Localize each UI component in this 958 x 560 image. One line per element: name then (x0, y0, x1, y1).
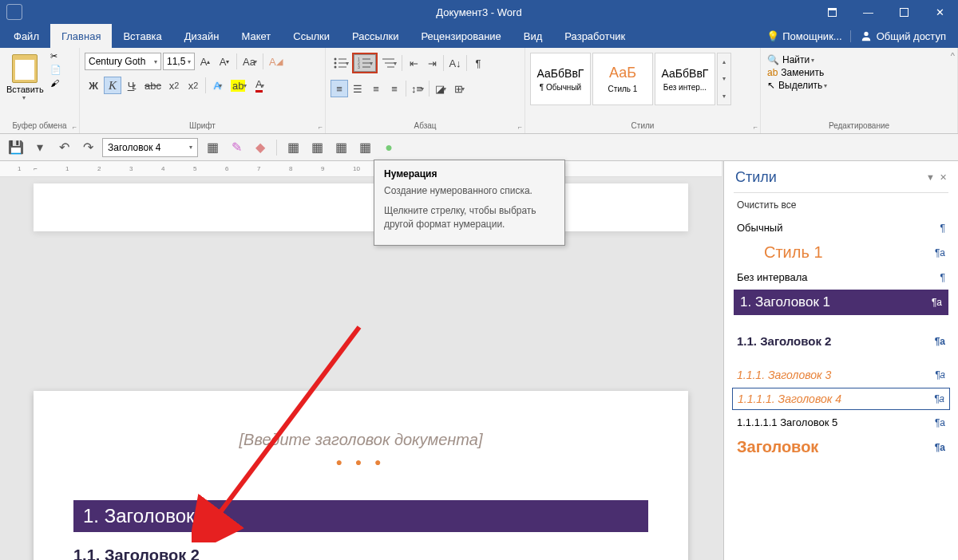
bullets-button[interactable]: ▾ (331, 54, 351, 72)
qat-btn-3[interactable]: ◆ (251, 138, 270, 157)
heading-2[interactable]: 1.1. Заголовок 2 (73, 546, 648, 560)
tab-view[interactable]: Вид (513, 24, 554, 48)
group-paragraph: ▾ 123▾ ▾ ⇤ ⇥ A↓ ¶ ≡ ☰ ≡ ≡ ↕≡▾ ◪▾ ⊞▾ Абза… (326, 48, 525, 133)
decrease-indent-button[interactable]: ⇤ (405, 54, 422, 72)
style-item-s1[interactable]: Стиль 1¶a (724, 239, 958, 266)
change-case-button[interactable]: Aa▾ (240, 53, 259, 70)
replace-button[interactable]: ab Заменить (767, 67, 951, 78)
style-item-titlest[interactable]: Заголовок¶a (724, 433, 958, 461)
qat-btn-6[interactable]: ▦ (331, 138, 350, 157)
numbering-tooltip: Нумерация Создание нумерованного списка.… (374, 160, 565, 246)
shrink-font-button[interactable]: A▾ (216, 53, 233, 70)
ribbon-display-options[interactable] (814, 0, 850, 24)
qat-btn-8[interactable]: ● (379, 138, 398, 157)
style-item-nosp[interactable]: Без интервала¶ (724, 266, 958, 288)
close-button[interactable]: ✕ (922, 0, 958, 24)
styles-launcher[interactable]: ⌐ (754, 123, 758, 131)
style-nospacing[interactable]: АаБбВвГ Без интер... (655, 53, 715, 105)
style-selector[interactable]: Заголовок 4▾ (102, 138, 198, 157)
select-button[interactable]: ↖ Выделить ▾ (767, 80, 951, 91)
qat-new[interactable]: ▾ (30, 138, 49, 157)
qat-btn-2[interactable]: ✎ (227, 138, 246, 157)
tab-insert[interactable]: Вставка (112, 24, 172, 48)
qat-btn-5[interactable]: ▦ (307, 138, 327, 157)
ribbon: Вставить ▾ ✂ 📄 🖌 Буфер обмена ⌐ Century … (0, 48, 958, 134)
align-right-button[interactable]: ≡ (367, 80, 385, 97)
tab-review[interactable]: Рецензирование (410, 24, 512, 48)
tab-references[interactable]: Ссылки (282, 24, 341, 48)
strikethrough-button[interactable]: abc (142, 77, 164, 94)
tab-file[interactable]: Файл (2, 24, 50, 48)
multilevel-list-button[interactable]: ▾ (378, 54, 399, 72)
undo-button[interactable]: ↶ (54, 138, 73, 157)
justify-button[interactable]: ≡ (386, 80, 403, 97)
maximize-button[interactable] (886, 0, 922, 24)
clear-all[interactable]: Очистить все (724, 193, 958, 217)
style-item-h5[interactable]: 1.1.1.1.1 Заголовок 5¶a (724, 412, 958, 433)
svg-point-0 (864, 32, 868, 36)
document-page[interactable]: [Введите заголовок документа] ● ● ● 1. З… (34, 391, 688, 560)
tab-developer[interactable]: Разработчик (553, 24, 636, 48)
person-icon (861, 30, 872, 41)
style-1[interactable]: АаБ Стиль 1 (592, 53, 653, 105)
font-name-select[interactable]: Century Goth▾ (85, 53, 161, 70)
style-normal[interactable]: АаБбВвГ ¶ Обычный (530, 53, 591, 105)
qat-btn-1[interactable]: ▦ (203, 138, 222, 157)
increase-indent-button[interactable]: ⇥ (423, 54, 441, 72)
tell-me[interactable]: 💡 Помощник... (758, 30, 849, 42)
font-size-select[interactable]: 11,5▾ (163, 53, 195, 70)
format-painter-button[interactable]: 🖌 (50, 78, 61, 88)
text-effects-button[interactable]: A▾ (209, 77, 227, 94)
heading-1[interactable]: 1. Заголовок 1 (73, 500, 648, 532)
bold-button[interactable]: Ж (85, 77, 102, 94)
italic-button[interactable]: К (104, 77, 121, 94)
style-item-normal[interactable]: Обычный¶ (724, 217, 958, 239)
qat-btn-7[interactable]: ▦ (355, 138, 374, 157)
style-item-h3[interactable]: 1.1.1. Заголовок 3¶a (724, 364, 958, 386)
grow-font-button[interactable]: A▴ (196, 53, 214, 70)
clipboard-launcher[interactable]: ⌐ (73, 123, 77, 131)
align-center-button[interactable]: ☰ (349, 80, 366, 97)
autosave-toggle[interactable] (6, 4, 22, 20)
tab-home[interactable]: Главная (50, 24, 112, 48)
clear-formatting-button[interactable]: A◢ (267, 53, 285, 70)
find-button[interactable]: 🔍 Найти ▾ (767, 54, 951, 65)
show-marks-button[interactable]: ¶ (469, 54, 487, 72)
share-button[interactable]: Общий доступ (850, 30, 956, 42)
qat-btn-4[interactable]: ▦ (283, 138, 303, 157)
highlight-button[interactable]: ab▾ (228, 77, 249, 94)
style-item-h2[interactable]: 1.1. Заголовок 2¶a (724, 329, 958, 353)
styles-more[interactable]: ▴▾▾ (717, 53, 731, 105)
tab-mailings[interactable]: Рассылки (341, 24, 410, 48)
line-spacing-button[interactable]: ↕≡▾ (409, 80, 426, 97)
tab-design[interactable]: Дизайн (173, 24, 231, 48)
paste-button[interactable]: Вставить ▾ (3, 51, 47, 105)
sort-button[interactable]: A↓ (446, 54, 464, 72)
subscript-button[interactable]: x2 (165, 77, 183, 94)
save-button[interactable]: 💾 (6, 138, 26, 157)
numbering-button[interactable]: 123▾ (354, 54, 376, 72)
tab-layout[interactable]: Макет (230, 24, 282, 48)
borders-button[interactable]: ⊞▾ (450, 80, 468, 97)
superscript-button[interactable]: x2 (184, 77, 202, 94)
style-item-h1[interactable]: 1. Заголовок 1¶a (734, 290, 948, 315)
minimize-button[interactable]: — (850, 0, 886, 24)
paragraph-launcher[interactable]: ⌐ (518, 123, 522, 131)
style-item-h4[interactable]: 1.1.1.1. Заголовок 4¶a (732, 388, 950, 410)
copy-button[interactable]: 📄 (50, 65, 61, 75)
font-color-button[interactable]: A▾ (251, 77, 268, 94)
document-area: ⌐ 1 1 2 3 4 5 6 7 8 9 10 11 12 13 14 15 … (0, 161, 722, 560)
cut-button[interactable]: ✂ (50, 51, 61, 61)
shading-button[interactable]: ◪▾ (432, 80, 449, 97)
align-left-button[interactable]: ≡ (331, 80, 348, 97)
title-placeholder[interactable]: [Введите заголовок документа] (73, 431, 648, 449)
font-launcher[interactable]: ⌐ (319, 123, 323, 131)
styles-pane-options[interactable]: ▼ (926, 172, 935, 183)
styles-pane-close[interactable]: ✕ (940, 172, 947, 183)
numbering-highlight: 123▾ (352, 53, 378, 73)
ruler[interactable]: ⌐ 1 1 2 3 4 5 6 7 8 9 10 11 12 13 14 15 (0, 161, 722, 177)
underline-button[interactable]: Ч▾ (123, 77, 141, 94)
redo-button[interactable]: ↷ (78, 138, 97, 157)
collapse-ribbon[interactable]: ^ (951, 51, 955, 61)
quick-access-bar: 💾 ▾ ↶ ↷ Заголовок 4▾ ▦ ✎ ◆ ▦ ▦ ▦ ▦ ● (0, 134, 958, 161)
